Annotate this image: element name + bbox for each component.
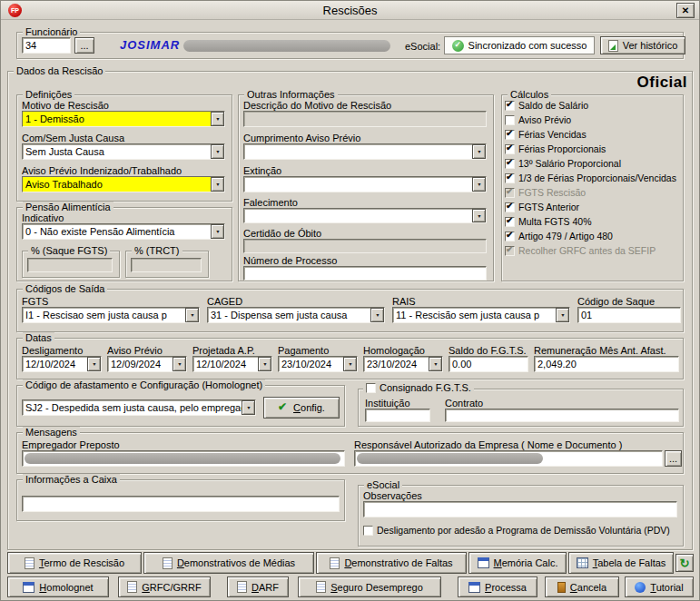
calc-recolher-grfc[interactable]: Recolher GRFC antes da SEFIP [505,245,656,256]
saque-fgts-input[interactable] [27,258,113,272]
chevron-down-icon[interactable] [185,308,199,322]
chevron-down-icon[interactable] [87,357,101,371]
pagamento-date[interactable]: 23/10/2024 [278,356,358,372]
empregador-preposto-input[interactable] [22,450,345,467]
desligamento-label: Desligamento [22,345,83,356]
chevron-down-icon[interactable] [258,357,271,371]
calc-13-salario[interactable]: 13º Salário Proporcional [505,158,621,169]
responsavel-input[interactable] [354,450,663,467]
chevron-down-icon[interactable] [211,177,224,192]
motivo-rescisao-select[interactable]: 1 - Demissão [22,111,225,127]
responsavel-lookup-button[interactable]: ... [665,450,682,467]
homologacao-date[interactable]: 23/10/2024 [363,356,443,372]
calc-fgts-anterior[interactable]: FGTS Anterior [505,202,579,212]
termo-rescisao-button[interactable]: Termo de Rescisão [7,552,142,574]
saldo-fgts-input[interactable] [449,356,528,372]
cancela-button[interactable]: Cancela [545,576,619,597]
memoria-calc-button[interactable]: Memória Calc. [468,552,567,574]
processa-button[interactable]: Processa [458,576,537,597]
chevron-down-icon[interactable] [173,357,186,371]
sync-status-label: Sincronizado com sucesso [468,40,587,51]
chevron-down-icon[interactable] [472,177,486,192]
refresh-button[interactable]: ↻ [675,554,694,572]
justa-causa-select[interactable]: Sem Justa Causa [22,143,225,160]
calc-saldo-salario[interactable]: Saldo de Salário [505,100,588,111]
demonstrativo-faltas-button[interactable]: Demonstrativo de Faltas [316,552,467,574]
checkbox-icon[interactable] [505,159,515,169]
checkbox-icon[interactable] [505,101,515,111]
grfc-grrf-button[interactable]: GRFC/GRRF [118,576,211,597]
aviso-previo-select[interactable]: Aviso Trabalhado [22,176,225,192]
checkbox-icon[interactable] [505,202,515,212]
window-icon [23,582,35,593]
chevron-down-icon[interactable] [211,144,224,159]
numero-processo-input[interactable] [243,266,487,281]
checkbox-icon[interactable] [505,217,515,227]
checkbox-icon[interactable] [363,526,373,536]
chevron-down-icon[interactable] [211,224,224,239]
close-button[interactable]: ✕ [676,3,695,18]
chevron-down-icon[interactable] [211,112,224,126]
remuneracao-input[interactable] [534,356,679,372]
window-icon [468,582,480,593]
calc-aviso-previo[interactable]: Aviso Prévio [505,114,571,125]
chevron-down-icon[interactable] [429,357,442,371]
codigo-saque-input[interactable] [577,307,681,323]
instituicao-input[interactable] [365,409,430,422]
demonstrativos-medias-button[interactable]: Demonstrativos de Médias [143,552,314,574]
tutorial-button[interactable]: Tutorial [625,576,694,597]
calc-ferias-vencidas[interactable]: Férias Vencidas [505,129,587,140]
aviso-previo-date[interactable]: 12/09/2024 [107,356,187,372]
checkbox-icon[interactable] [505,130,515,140]
descricao-motivo-input[interactable] [243,111,487,127]
checkbox-icon[interactable] [505,188,515,198]
funcionario-lookup-button[interactable]: ... [74,37,94,54]
cumprimento-aviso-select[interactable] [243,143,487,160]
homolognet-button[interactable]: Homolognet [7,576,109,597]
calc-ferias-proporcionais[interactable]: Férias Proporcionais [505,143,606,154]
fgts-select[interactable]: I1 - Rescisao sem justa causa p [22,307,200,323]
checkbox-icon[interactable] [505,144,515,154]
config-button[interactable]: Config. [263,397,340,419]
ver-historico-button[interactable]: Ver histórico [600,36,685,54]
document-icon [316,581,326,593]
caged-select[interactable]: 31 - Dispensa sem justa causa [207,307,385,323]
calc-fgts-rescisao[interactable]: FGTS Rescisão [505,187,586,198]
table-icon [577,557,588,568]
chevron-down-icon[interactable] [343,357,357,371]
chevron-down-icon[interactable] [556,308,569,322]
certidao-obito-input[interactable] [243,239,487,253]
afastamento-select[interactable]: SJ2 - Despedida sem justa causa, pelo em… [22,399,256,416]
calc-artigo-479-480[interactable]: Artigo 479 / Artigo 480 [505,231,613,241]
desligamento-date[interactable]: 12/10/2024 [22,356,102,372]
checkbox-icon[interactable] [505,246,515,256]
indicativo-label: Indicativo [22,212,64,223]
falecimento-select[interactable] [243,208,487,223]
chevron-down-icon[interactable] [370,308,384,322]
trct-input[interactable] [131,258,202,272]
pdv-checkbox[interactable]: Desligamento por adesão a Programa de De… [363,525,670,536]
funcionario-code-input[interactable] [22,37,71,54]
informacoes-caixa-input[interactable] [22,496,340,512]
darf-button[interactable]: DARF [227,576,289,597]
checkbox-icon[interactable] [505,232,515,241]
calc-terco-ferias[interactable]: 1/3 de Férias Proporcionais/Vencidas [505,172,676,183]
tabela-faltas-button[interactable]: Tabela de Faltas [568,552,674,574]
indicativo-select[interactable]: 0 - Não existe Pensão Alimentícia [22,223,225,240]
rais-select[interactable]: 11 - Rescisão sem justa causa p [392,307,570,323]
checkbox-icon[interactable] [366,383,376,393]
projetada-ap-date[interactable]: 12/10/2024 [192,356,272,372]
consignado-checkbox[interactable]: Consignado F.G.T.S. [363,382,474,393]
calc-multa-fgts[interactable]: Multa FGTS 40% [505,216,592,227]
checkbox-icon[interactable] [505,115,515,125]
sync-status-button[interactable]: Sincronizado com sucesso [444,36,595,54]
observacoes-input[interactable] [363,501,677,517]
chevron-down-icon[interactable] [242,400,255,415]
checkbox-icon[interactable] [505,173,515,183]
chevron-down-icon[interactable] [472,209,486,222]
chevron-down-icon[interactable] [472,144,486,159]
contrato-input[interactable] [445,409,679,422]
extincao-select[interactable] [243,176,487,192]
window-titlebar[interactable]: FP Rescisões ✕ [1,1,699,20]
seguro-desemprego-button[interactable]: Seguro Desemprego [298,576,441,597]
